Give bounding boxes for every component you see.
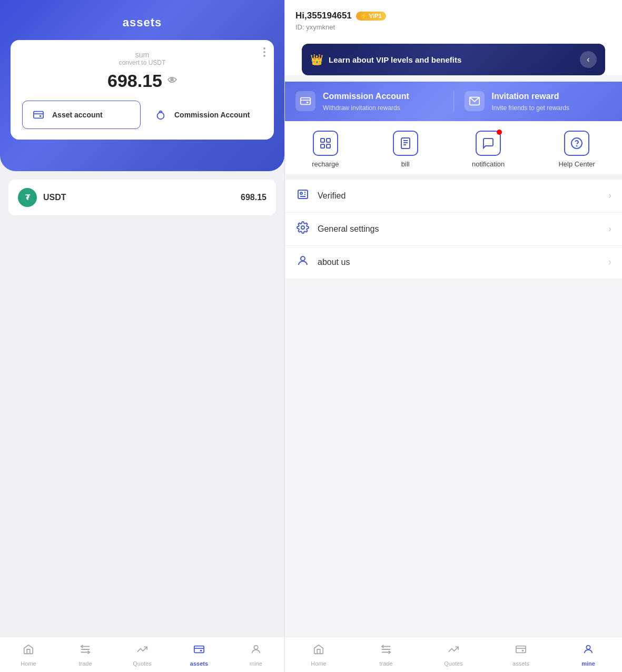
svg-rect-1	[40, 115, 42, 117]
about-us-menu-item[interactable]: about us ›	[285, 246, 622, 279]
nav-quotes-label-left: Quotes	[133, 660, 151, 667]
svg-rect-3	[194, 646, 204, 653]
assets-title: assets	[11, 16, 274, 29]
card-menu-button[interactable]	[263, 47, 265, 57]
right-bottom-nav: Home trade Quotes assets mine	[285, 637, 622, 672]
invitation-reward-item[interactable]: Invitation reward Invite friends to get …	[454, 91, 612, 112]
vip-banner[interactable]: 👑 Learn about VIP levels and benefits ‹	[302, 44, 605, 75]
quotes-icon-right	[448, 644, 459, 658]
invitation-info: Invitation reward Invite friends to get …	[492, 91, 612, 112]
recharge-label: recharge	[312, 160, 339, 168]
commission-account-button[interactable]: Commission Account	[145, 101, 262, 129]
commission-account-label: Commission Account	[174, 111, 250, 119]
balance-label: sum	[22, 51, 262, 59]
assets-icon	[193, 644, 205, 658]
help-center-action[interactable]: Help Center	[558, 131, 595, 168]
svg-rect-7	[307, 102, 309, 103]
settings-gear-icon	[295, 221, 310, 237]
user-header: Hi,355194651 ⚡ VIP1 ID: yxymknet	[285, 0, 622, 37]
notification-dot	[497, 130, 502, 135]
home-icon-right	[313, 644, 324, 658]
commission-desc: Withdraw invitation rewards	[323, 104, 443, 112]
nav-quotes-label-right: Quotes	[444, 660, 462, 667]
balance-amount: 698.15 👁	[22, 71, 262, 91]
vip-level: VIP1	[369, 13, 382, 19]
commission-section: Commission Account Withdraw invitation r…	[285, 82, 622, 121]
nav-quotes-right[interactable]: Quotes	[420, 641, 487, 669]
commission-title: Commission Account	[323, 91, 443, 102]
balance-card: sum convert to USDT 698.15 👁	[11, 40, 274, 140]
left-bottom-nav: Home trade Quotes assets mine	[0, 637, 284, 672]
trade-icon	[80, 644, 91, 658]
svg-rect-0	[34, 112, 43, 118]
vip-arrow-button[interactable]: ‹	[580, 51, 597, 68]
balance-sublabel: convert to USDT	[22, 59, 262, 66]
verified-icon	[295, 188, 310, 204]
about-item-left: about us	[295, 254, 350, 270]
notification-icon	[476, 131, 501, 156]
svg-rect-6	[301, 98, 310, 105]
svg-rect-20	[516, 646, 526, 653]
commission-wallet-icon	[295, 91, 315, 111]
greeting-text: Hi,355194651	[295, 11, 352, 21]
about-us-person-icon	[295, 254, 310, 270]
commission-account-item[interactable]: Commission Account Withdraw invitation r…	[295, 91, 454, 112]
nav-quotes-left[interactable]: Quotes	[114, 641, 171, 669]
account-buttons: Asset account Commission Account	[22, 101, 262, 129]
quick-actions: recharge bill notification	[285, 121, 622, 174]
svg-point-19	[301, 256, 305, 261]
bill-icon	[393, 131, 418, 156]
nav-mine-right[interactable]: mine	[555, 641, 622, 669]
asset-account-label: Asset account	[52, 111, 103, 119]
crypto-info: ₮ USDT	[18, 188, 66, 207]
wallet-icon	[30, 106, 47, 123]
svg-rect-16	[298, 190, 308, 199]
vip-banner-wrapper: 👑 Learn about VIP levels and benefits ‹	[285, 37, 622, 75]
recharge-action[interactable]: recharge	[312, 131, 339, 168]
crypto-name: USDT	[43, 193, 66, 202]
nav-trade-right[interactable]: trade	[352, 641, 420, 669]
bill-action[interactable]: bill	[393, 131, 418, 168]
notification-action[interactable]: notification	[472, 131, 505, 168]
svg-rect-21	[522, 650, 524, 651]
bill-label: bill	[401, 160, 410, 168]
crypto-row[interactable]: ₮ USDT 698.15	[8, 180, 276, 215]
nav-home-label-right: Home	[311, 660, 326, 667]
svg-point-17	[300, 192, 302, 194]
verified-menu-item[interactable]: Verified ›	[285, 180, 622, 213]
vip-banner-content: 👑 Learn about VIP levels and benefits	[310, 53, 461, 66]
nav-trade-label-right: trade	[379, 660, 392, 667]
nav-home-label-left: Home	[21, 660, 36, 667]
svg-point-15	[577, 145, 577, 146]
lightning-icon: ⚡	[360, 13, 368, 19]
left-panel: assets sum convert to USDT 698.15 👁	[0, 0, 284, 672]
recharge-icon	[313, 131, 338, 156]
nav-home-left[interactable]: Home	[0, 641, 57, 669]
svg-rect-12	[327, 144, 330, 148]
nav-home-right[interactable]: Home	[285, 641, 352, 669]
eye-icon[interactable]: 👁	[167, 75, 177, 86]
crown-icon: 👑	[310, 53, 323, 66]
help-center-label: Help Center	[558, 160, 595, 168]
nav-mine-left[interactable]: mine	[228, 641, 284, 669]
nav-assets-label-right: assets	[512, 660, 529, 667]
settings-item-left: General settings	[295, 221, 379, 237]
nav-assets-right[interactable]: assets	[487, 641, 555, 669]
vip-badge: ⚡ VIP1	[356, 12, 386, 21]
svg-point-22	[586, 646, 590, 649]
menu-list: Verified › General settings ›	[285, 180, 622, 279]
trade-icon-right	[380, 644, 392, 658]
left-header: assets sum convert to USDT 698.15 👁	[0, 0, 284, 171]
assets-icon-right	[515, 644, 527, 658]
verified-text: Verified	[318, 191, 345, 201]
general-settings-menu-item[interactable]: General settings ›	[285, 213, 622, 246]
crypto-amount: 698.15	[241, 193, 266, 202]
nav-assets-left[interactable]: assets	[171, 641, 228, 669]
asset-account-button[interactable]: Asset account	[22, 101, 141, 129]
notification-label: notification	[472, 160, 505, 168]
nav-trade-left[interactable]: trade	[57, 641, 114, 669]
invitation-desc: Invite friends to get rewards	[492, 104, 612, 112]
nav-mine-label-right: mine	[581, 660, 595, 667]
right-panel: Hi,355194651 ⚡ VIP1 ID: yxymknet 👑 Learn…	[285, 0, 622, 672]
about-arrow-icon: ›	[608, 256, 611, 268]
